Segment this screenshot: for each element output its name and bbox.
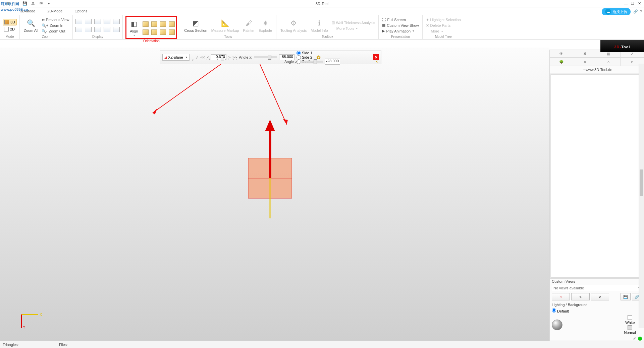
highlight-icon: ✦ [426, 18, 429, 22]
delete-parts-button[interactable]: ✖Delete Parts [425, 23, 462, 28]
angle-x-slider[interactable] [254, 56, 277, 58]
rp-x-icon[interactable]: ✕ [573, 58, 597, 66]
highlight-selection-button[interactable]: ✦Highlight Selection [425, 17, 462, 22]
info-icon: ℹ [315, 18, 324, 28]
zoom-out-button[interactable]: 🔍-Zoom Out [41, 29, 70, 34]
tooling-analysis-button[interactable]: ⚙Tooling Analysis [279, 18, 308, 33]
menu-2d-mode[interactable]: 2D-Mode [45, 8, 64, 14]
right-panel: 👁 ✖ ▦ ⤢ 🌳 ✕ ⌂ ▾ 3D-Tool ⊸ www.3D-Tool.de… [549, 50, 644, 341]
display-mode-8[interactable] [104, 27, 110, 32]
qat-dropdown-icon[interactable]: ▾ [46, 1, 52, 6]
side1-radio[interactable]: Side 1 [297, 51, 314, 55]
minimize-button[interactable]: — [623, 1, 629, 6]
model-tree[interactable] [550, 74, 643, 278]
group-label-tools: Tools [224, 35, 232, 39]
reset-icon[interactable]: ⟲ [376, 60, 378, 63]
rp-url[interactable]: ⊸ www.3D-Tool.de [550, 66, 644, 74]
upload-badge[interactable]: ☁ 拖拽上传 [602, 8, 631, 15]
measure-markup-button[interactable]: 📐Measure Markup [210, 18, 240, 33]
viewport-canvas [0, 48, 549, 341]
display-mode-7[interactable] [104, 19, 110, 24]
display-mode-4[interactable] [85, 27, 92, 32]
tooling-icon: ⚙ [289, 18, 298, 28]
cv-save-button[interactable]: 💾 [621, 293, 631, 300]
cross-section-button[interactable]: ◩Cross Section [183, 18, 208, 33]
previous-view-button[interactable]: ⬅Previous View [41, 17, 70, 22]
more-button[interactable]: ⋯More▾ [425, 29, 462, 34]
custom-views-select[interactable]: No views available ▾ [552, 285, 642, 291]
display-mode-10[interactable] [113, 27, 120, 32]
mode-3d-button[interactable]: 3D [3, 19, 17, 25]
angle-z-input[interactable]: -28.000 [325, 59, 340, 65]
view-left[interactable] [151, 21, 157, 27]
menu-options[interactable]: Options [73, 8, 90, 14]
view-right[interactable] [151, 29, 157, 35]
qat-mail-icon[interactable]: ✉ [38, 1, 44, 6]
bg-normal-swatch[interactable] [628, 325, 632, 330]
maximize-button[interactable]: ❐ [630, 1, 635, 6]
display-mode-1[interactable] [75, 19, 82, 24]
rp-visibility-icon[interactable]: 👁 [550, 50, 573, 58]
chevron-down-icon[interactable]: ▾ [192, 59, 194, 62]
display-mode-2[interactable] [75, 27, 82, 32]
status-dot-icon [638, 337, 642, 341]
rp-tree-icon[interactable]: 🌳 [550, 58, 573, 66]
align-icon: ◧ [129, 19, 139, 28]
fit-icon[interactable]: ⤢ [633, 336, 636, 341]
view-bottom[interactable] [160, 29, 166, 35]
viewport-3d[interactable]: X Y [0, 48, 549, 341]
ribbon-group-model-tree: ✦Highlight Selection ✖Delete Parts ⋯More… [423, 15, 464, 39]
close-section-button[interactable]: ✕ [373, 54, 379, 60]
window-controls: — ❐ ✕ [623, 1, 642, 6]
rp-home-icon[interactable]: ⌂ [597, 58, 621, 66]
display-mode-3[interactable] [85, 19, 92, 24]
rp-close-all-icon[interactable]: ✖ [573, 50, 597, 58]
cv-home-button[interactable]: ⌂ [552, 293, 570, 300]
ribbon-group-toolbox: ⚙Tooling Analysis ℹModel Info ▥Wall Thic… [276, 15, 379, 39]
view-iso2[interactable] [169, 29, 175, 35]
display-mode-5[interactable] [94, 19, 101, 24]
zoom-in-icon: 🔍+ [42, 23, 48, 28]
chevron-down-icon: ▼ [185, 56, 188, 59]
zoom-in-button[interactable]: 🔍+Zoom In [41, 23, 70, 28]
play-animation-button[interactable]: ▶Play Animation▾ [381, 28, 419, 33]
view-iso1[interactable] [169, 21, 175, 27]
close-button[interactable]: ✕ [637, 1, 642, 6]
help-link-icon[interactable]: 🔗 [633, 9, 638, 14]
magnifier-icon: 🔍 [26, 18, 36, 28]
plane-icon: ◢ [164, 55, 167, 60]
qat-print-icon[interactable]: 🖶 [30, 1, 36, 6]
plane-select[interactable]: ◢ XZ-plane ▼ [162, 54, 190, 61]
display-mode-6[interactable] [94, 27, 101, 32]
section-flip-icon[interactable]: ⤢ [196, 55, 199, 60]
full-screen-button[interactable]: ⛶Full Screen [381, 17, 419, 22]
cross-section-toolbar[interactable]: ◢ XZ-plane ▼ ▾ ⤢ << < 0.670 > >> Angle x… [160, 50, 381, 64]
angle-z-slider[interactable] [300, 61, 323, 63]
view-back[interactable] [143, 29, 149, 35]
bg-white-swatch[interactable] [628, 315, 632, 320]
display-mode-9[interactable] [113, 19, 120, 24]
explode-button[interactable]: ✷Explode [257, 18, 273, 33]
custom-view-show-button[interactable]: ▦Custom View Show [381, 23, 419, 28]
view-front[interactable] [143, 21, 149, 27]
lighting-default-radio[interactable]: Default [552, 309, 569, 313]
lighting-bg-header: Lighting / Background [550, 302, 644, 307]
right-panel-scrollbar[interactable] [639, 64, 644, 328]
lighting-sphere[interactable] [552, 320, 562, 330]
chevron-down-icon: ▾ [441, 30, 443, 33]
group-label-presentation: Presentation [391, 35, 410, 39]
view-top[interactable] [160, 21, 166, 27]
cv-prev-button[interactable]: < [571, 293, 589, 300]
painter-button[interactable]: 🖌Painter [241, 18, 256, 33]
position-slider[interactable] [204, 59, 237, 60]
cv-next-button[interactable]: > [591, 293, 609, 300]
zoom-all-button[interactable]: 🔍 Zoom All [22, 18, 40, 33]
wall-thickness-button[interactable]: ▥Wall Thickness Analysis [331, 20, 376, 25]
more-tools-button[interactable]: ⋯More Tools▾ [331, 26, 376, 31]
mode-2d-button[interactable]: 2D [3, 26, 17, 32]
delete-icon: ✖ [426, 23, 429, 28]
help-icon[interactable]: ? [640, 9, 642, 14]
model-info-button[interactable]: ℹModel Info [309, 18, 329, 33]
measure-icon: 📐 [220, 18, 230, 28]
align-button[interactable]: ◧ Align ▾ [128, 18, 140, 38]
